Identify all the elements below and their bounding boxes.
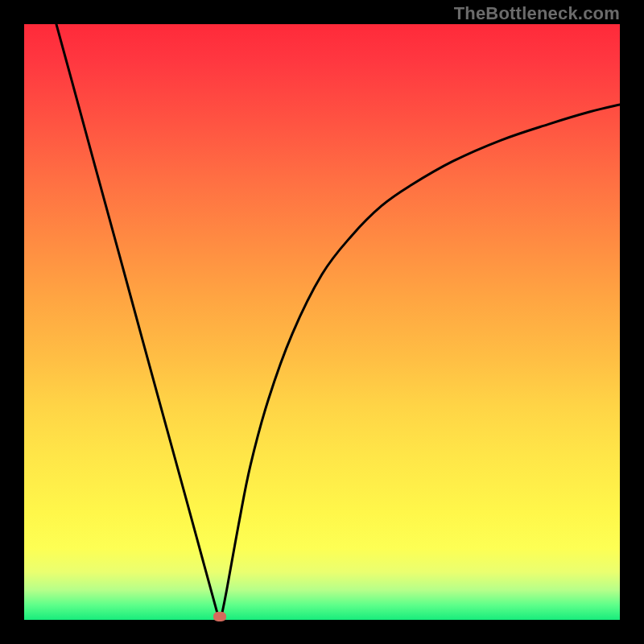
bottleneck-marker (213, 612, 226, 621)
plot-area (24, 24, 620, 620)
chart-frame: TheBottleneck.com (0, 0, 644, 644)
curve-right (221, 105, 620, 617)
curve-left (56, 24, 218, 617)
watermark-text: TheBottleneck.com (454, 3, 620, 24)
bottleneck-curve (24, 24, 620, 620)
